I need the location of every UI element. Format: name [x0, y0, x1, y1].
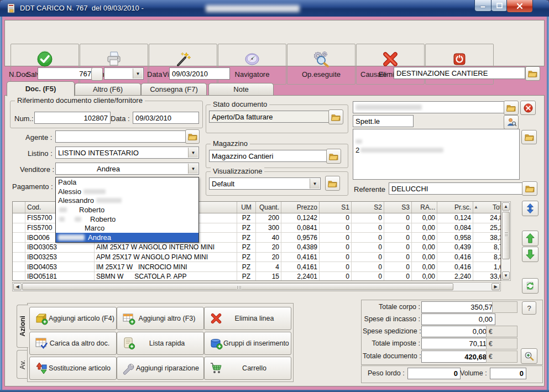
magazzino-lookup-button[interactable]: [326, 149, 341, 164]
maximize-button[interactable]: [491, 0, 508, 12]
column-header[interactable]: S1: [320, 202, 352, 213]
table-row[interactable]: IBO05181SBMN W SCATOLA P. APPPZ152,24010…: [13, 272, 500, 281]
spese-spedizione-field[interactable]: 0,00: [421, 326, 489, 337]
move-row-down-button[interactable]: [522, 247, 538, 262]
rif-date-field[interactable]: 09/03/2010: [133, 112, 199, 124]
dropdown-item[interactable]: Marco: [56, 223, 198, 233]
carica-da-altro-doc-button[interactable]: Carica da altro doc.: [29, 332, 117, 355]
table-hscrollbar[interactable]: ◀ ▶: [12, 282, 501, 291]
table-row[interactable]: IBO04053IM 25X17 W INCROCIO MINIPZ40,416…: [13, 262, 500, 272]
dropdown-item[interactable]: Paola: [56, 177, 198, 187]
hscroll-thumb[interactable]: [22, 283, 453, 290]
gruppi-di-inserimento-button[interactable]: Gruppi di inserimento: [204, 332, 291, 355]
stato-lookup-button[interactable]: [328, 109, 343, 124]
spettle-field[interactable]: Spett.le: [353, 115, 414, 127]
aggiungi-altro-button[interactable]: Aggiungi altro (F3): [117, 307, 204, 330]
volume-field[interactable]: 0: [490, 368, 526, 379]
tab-consegna[interactable]: Consegna (F7): [141, 83, 207, 96]
client-address-box[interactable]: 2: [353, 129, 520, 180]
tab-note[interactable]: Note: [208, 83, 274, 96]
lista-rapida-button[interactable]: Lista rapida: [117, 332, 204, 355]
totale-imposte-field[interactable]: 70,11: [421, 338, 489, 349]
client-lookup-button[interactable]: [504, 101, 519, 115]
op-eseguite-button[interactable]: Op.eseguite: [287, 44, 355, 85]
red-x-icon: [381, 50, 399, 68]
magic-wand-icon: [174, 50, 192, 68]
venditore-combo[interactable]: Andrea▼: [55, 163, 199, 175]
scroll-down-button[interactable]: ▼: [502, 271, 510, 280]
scroll-right-button[interactable]: ▶: [492, 283, 500, 290]
riferimento-group-title: Riferimento documento cliente/fornitore: [15, 96, 145, 104]
tab-avanzate[interactable]: Av.: [17, 350, 28, 379]
zoom-detail-button[interactable]: [521, 348, 537, 364]
column-header[interactable]: UM: [237, 202, 256, 213]
address-lookup-button[interactable]: [521, 130, 537, 144]
listino-combo[interactable]: LISTINO INTESTATARIO▼: [55, 147, 199, 159]
tab-doc[interactable]: Doc. (F5): [7, 81, 75, 96]
column-header[interactable]: S2: [352, 202, 384, 213]
table-row[interactable]: IBO03053AIM 25X17 W ANGOLO INTERNO MINIP…: [13, 243, 500, 253]
referente-field[interactable]: DELUCCHI: [389, 182, 525, 195]
column-header[interactable]: S3: [384, 202, 412, 213]
aggiungi-articolo-button[interactable]: Aggiungi articolo (F4): [29, 307, 117, 330]
agente-lookup-button[interactable]: [185, 129, 200, 144]
visualizzazione-lookup-button[interactable]: [325, 176, 340, 191]
ndoc-aux-button[interactable]: [91, 67, 103, 81]
magazzino-field[interactable]: Magazzino Cantieri: [209, 150, 327, 162]
totale-documento-field[interactable]: 420,68: [421, 351, 489, 363]
sort-ascending-icon[interactable]: ▲: [474, 205, 478, 210]
close-button[interactable]: [506, 0, 533, 13]
help-button[interactable]: ?: [522, 301, 536, 315]
dropdown-item[interactable]: Alessio: [56, 187, 198, 196]
num-field[interactable]: 102807: [34, 112, 111, 124]
totale-corpo-field[interactable]: 350,57: [421, 301, 495, 313]
client-clear-button[interactable]: [520, 101, 536, 115]
aggiungi-riparazione-button[interactable]: Aggiungi riparazione: [117, 357, 204, 380]
dropdown-item-selected[interactable]: Andrea: [56, 233, 198, 242]
move-top-bottom-button[interactable]: [522, 201, 538, 216]
table-vscrollbar[interactable]: ▲ ▼: [501, 201, 511, 281]
chevron-down-icon[interactable]: ▼: [133, 69, 143, 79]
scroll-up-button[interactable]: ▲: [502, 202, 510, 211]
causale-lookup-button[interactable]: [525, 66, 540, 81]
scroll-left-button[interactable]: ◀: [13, 283, 22, 290]
column-header[interactable]: RA...: [412, 202, 437, 213]
client-search-button[interactable]: [504, 115, 519, 129]
column-header[interactable]: Quant.: [256, 202, 281, 213]
carrello-button[interactable]: Carrello: [204, 357, 291, 380]
column-header[interactable]: [13, 202, 25, 213]
column-header[interactable]: Pr.sc.: [437, 202, 473, 213]
elimina-linea-button[interactable]: Elimina linea: [204, 307, 291, 330]
venditore-dropdown-list[interactable]: Paola Alessio Alessandro Roberto Roberto…: [55, 177, 199, 243]
ndoc-field[interactable]: 767: [38, 67, 94, 80]
client-code-field[interactable]: [353, 101, 506, 113]
chevron-down-icon[interactable]: ▼: [310, 179, 320, 189]
title-bar[interactable]: DDT CARICO N. 767 del 09/03/2010 -: [0, 0, 549, 17]
chevron-down-icon[interactable]: ▼: [188, 148, 198, 158]
peso-lordo-field[interactable]: 0: [407, 368, 461, 379]
chevron-down-icon[interactable]: ▼: [188, 164, 198, 174]
column-header[interactable]: Prezzo: [281, 202, 320, 213]
table-cell: [13, 233, 25, 243]
dropdown-item[interactable]: Roberto: [56, 215, 198, 224]
table-row[interactable]: IBO03253APM 25X17 W ANGOLO PIANO MINIPZ2…: [13, 253, 500, 263]
agente-field[interactable]: [55, 130, 188, 143]
spese-incasso-field[interactable]: 0,00: [421, 313, 495, 325]
gears-search-icon: [312, 50, 330, 68]
referente-lookup-button[interactable]: [522, 181, 537, 196]
visualizzazione-combo[interactable]: Default▼: [209, 177, 321, 190]
causale-field[interactable]: DESTINAZIONE CANTIERE: [394, 67, 525, 79]
tab-azioni[interactable]: Azioni: [17, 305, 28, 348]
refresh-button[interactable]: [522, 278, 538, 294]
minimize-button[interactable]: [474, 0, 492, 12]
vscroll-thumb[interactable]: [502, 212, 510, 259]
table-cell: 0,4161: [281, 262, 320, 272]
dropdown-item[interactable]: Alessandro: [56, 196, 198, 205]
tab-altro[interactable]: Altro (F6): [75, 83, 141, 96]
sostituzione-articolo-button[interactable]: Sostituzione articolo: [29, 357, 117, 380]
doc-type-combo[interactable]: ▼: [104, 67, 144, 80]
dropdown-item[interactable]: Roberto: [56, 205, 198, 215]
table-cell: 0,124: [437, 213, 473, 223]
date-field[interactable]: 09/03/2010: [169, 67, 230, 80]
move-row-up-button[interactable]: [522, 231, 538, 246]
